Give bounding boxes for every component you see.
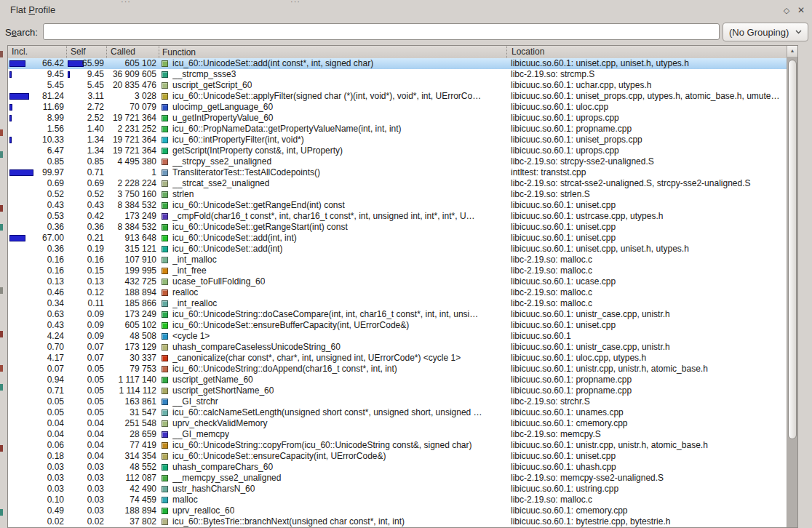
left-edge-mark — [0, 151, 3, 158]
self-value: 0.36 — [87, 222, 104, 233]
called-value: 315 121 — [125, 244, 156, 255]
table-row[interactable]: 0.03 0.03 42 490 ustr_hashCharsN_60 libi… — [8, 484, 787, 495]
table-row[interactable]: 0.94 0.05 1 117 140 uscript_getName_60 l… — [8, 375, 787, 385]
incl-cell: 10.33 — [8, 135, 66, 145]
table-row[interactable]: 0.69 0.69 2 228 224 __strcat_sse2_unalig… — [8, 178, 787, 189]
table-row[interactable]: 0.85 0.85 4 495 380 __strcpy_sse2_unalig… — [8, 156, 787, 167]
scroll-up-arrow-icon[interactable]: ▲ — [787, 46, 797, 57]
self-value: 0.09 — [87, 309, 104, 320]
incl-cell: 0.04 — [8, 418, 66, 429]
table-row[interactable]: 0.10 0.03 74 459 malloc libc-2.19.so: ma… — [8, 495, 787, 505]
self-value: 0.11 — [88, 298, 104, 309]
column-header-self[interactable]: Self — [66, 46, 106, 58]
grouping-dropdown[interactable]: (No Grouping) — [723, 23, 808, 41]
table-row[interactable]: 67.00 0.21 913 648 icu_60::UnicodeSet::a… — [8, 233, 787, 244]
function-type-icon — [162, 257, 168, 263]
self-value: 0.05 — [87, 375, 104, 385]
scrollbar-track[interactable] — [787, 57, 797, 527]
self-cell: 0.09 — [66, 309, 106, 320]
table-row[interactable]: 0.43 0.09 605 102 icu_60::UnicodeSet::en… — [8, 320, 787, 331]
self-value: 0.52 — [87, 189, 104, 200]
function-type-icon — [162, 442, 168, 449]
function-cell: __memcpy_sse2_unaligned — [159, 473, 506, 484]
incl-value: 0.43 — [47, 320, 64, 331]
table-row[interactable]: 0.53 0.42 173 249 _cmpFold(char16_t cons… — [8, 211, 787, 222]
called-value: 20 835 476 — [113, 80, 156, 91]
location-cell: libc-2.19.so: strcmp.S — [506, 69, 787, 80]
called-value: 74 459 — [130, 495, 156, 505]
table-row[interactable]: 0.52 0.52 3 750 160 strlen libc-2.19.so:… — [8, 189, 787, 200]
self-value: 0.04 — [87, 418, 104, 429]
table-row[interactable]: 0.71 0.05 1 114 112 uscript_getShortName… — [8, 385, 787, 396]
incl-value: 0.69 — [47, 178, 64, 189]
table-row[interactable]: 0.07 0.05 79 753 icu_60::UnicodeString::… — [8, 364, 787, 375]
table-row[interactable]: 0.18 0.04 314 354 icu_60::UnicodeSet::en… — [8, 451, 787, 462]
table-row[interactable]: 6.47 1.34 19 721 364 getScript(IntProper… — [8, 145, 787, 156]
called-value: 112 087 — [126, 473, 157, 484]
table-row[interactable]: 0.03 0.03 112 087 __memcpy_sse2_unaligne… — [8, 473, 787, 484]
table-row[interactable]: 0.05 0.05 31 547 icu_60::calcNameSetLeng… — [8, 407, 787, 418]
function-name: __strcat_sse2_unaligned — [172, 178, 269, 189]
incl-bar — [9, 169, 33, 176]
function-cell: icu_60::UnicodeSet::ensureBufferCapacity… — [159, 320, 506, 331]
incl-cell: 0.10 — [8, 495, 66, 505]
table-row[interactable]: 4.17 0.07 30 337 _canonicalize(char cons… — [8, 353, 787, 364]
table-row[interactable]: 0.70 0.07 173 129 uhash_compareCaselessU… — [8, 342, 787, 353]
location-cell: libicuuc.so.60.1: uniset.cpp — [506, 451, 787, 462]
table-row[interactable]: 0.36 0.36 8 384 532 icu_60::UnicodeSet::… — [8, 222, 787, 233]
function-name: icu_60::UnicodeString::copyFrom(icu_60::… — [172, 440, 472, 451]
incl-bar — [9, 71, 12, 78]
called-value: 1 114 112 — [119, 385, 156, 396]
table-row[interactable]: 0.16 0.15 199 995 _int_free libc-2.19.so… — [8, 265, 787, 276]
table-row[interactable]: 0.13 0.13 432 725 ucase_toFullFolding_60… — [8, 276, 787, 287]
function-cell: icu_60::PropNameData::getPropertyValueNa… — [159, 124, 506, 135]
table-row[interactable]: 0.04 0.04 251 548 uprv_checkValidMemory … — [8, 418, 787, 429]
table-row[interactable]: 0.02 0.02 37 802 icu_60::BytesTrie::bran… — [8, 516, 787, 527]
function-name: malloc — [172, 495, 198, 505]
table-row[interactable]: 10.33 1.34 19 721 364 icu_60::intPropert… — [8, 135, 787, 145]
close-icon[interactable]: ✕ — [795, 4, 808, 16]
table-row[interactable]: 0.49 0.03 188 894 uprv_realloc_60 libicu… — [8, 505, 787, 516]
table-row[interactable]: 99.97 0.71 1 TransliteratorTest::TestAll… — [8, 167, 787, 178]
location-cell: intltest: transtst.cpp — [506, 167, 787, 178]
called-cell: 28 659 — [106, 429, 159, 440]
table-row[interactable]: 0.05 0.05 163 861 __GI_strchr libc-2.19.… — [8, 396, 787, 407]
table-row[interactable]: 0.16 0.16 107 910 _int_malloc libc-2.19.… — [8, 255, 787, 265]
table-row[interactable]: 9.45 9.45 36 909 605 __strcmp_ssse3 libc… — [8, 69, 787, 80]
table-row[interactable]: 0.63 0.09 173 249 icu_60::UnicodeString:… — [8, 309, 787, 320]
function-type-icon — [162, 311, 168, 318]
column-header-function[interactable]: Function — [159, 46, 506, 58]
self-cell: 0.42 — [66, 211, 106, 222]
incl-value: 67.00 — [42, 233, 64, 244]
vertical-scrollbar[interactable]: ▲ — [787, 46, 797, 527]
function-name: ustr_hashCharsN_60 — [172, 484, 255, 495]
table-row[interactable]: 0.06 0.04 77 419 icu_60::UnicodeString::… — [8, 440, 787, 451]
table-row[interactable]: 0.34 0.11 185 866 _int_realloc libc-2.19… — [8, 298, 787, 309]
table-row[interactable]: 5.45 5.45 20 835 476 uscript_getScript_6… — [8, 80, 787, 91]
table-row[interactable]: 8.99 2.52 19 721 364 u_getIntPropertyVal… — [8, 113, 787, 124]
incl-bar — [9, 115, 12, 121]
table-row[interactable]: 11.69 2.72 70 079 ulocimp_getLanguage_60… — [8, 102, 787, 113]
table-row[interactable]: 1.56 1.40 2 231 252 icu_60::PropNameData… — [8, 124, 787, 135]
table-row[interactable]: 0.04 0.04 28 659 __GI_memcpy libc-2.19.s… — [8, 429, 787, 440]
table-row[interactable]: 0.46 0.12 188 894 realloc libc-2.19.so: … — [8, 287, 787, 298]
table-row[interactable]: 4.24 0.09 48 508 <cycle 1> libicuuc.so.6… — [8, 331, 787, 342]
column-header-location[interactable]: Location — [506, 46, 787, 58]
table-row[interactable]: 81.24 3.11 3 028 icu_60::UnicodeSet::app… — [8, 91, 787, 102]
called-value: 173 249 — [125, 309, 156, 320]
table-row[interactable]: 0.03 0.03 48 552 uhash_compareChars_60 l… — [8, 462, 787, 473]
table-row[interactable]: 0.36 0.19 315 121 icu_60::UnicodeSet::ad… — [8, 244, 787, 255]
float-panel-icon[interactable]: ◇ — [780, 4, 793, 16]
function-type-icon — [162, 333, 168, 340]
function-type-icon — [162, 399, 168, 405]
column-header-incl[interactable]: Incl. — [8, 46, 66, 58]
column-header-called[interactable]: Called — [106, 46, 159, 58]
scrollbar-thumb[interactable] — [788, 60, 797, 439]
search-input[interactable] — [43, 23, 720, 40]
location-value: libicuuc.so.60.1: unistr_case.cpp, unist… — [511, 342, 670, 352]
function-type-icon — [162, 279, 168, 285]
table-row[interactable]: 66.42 65.99 605 102 icu_60::UnicodeSet::… — [8, 58, 787, 69]
location-cell: libicuuc.so.60.1 — [506, 331, 787, 342]
panel-titlebar[interactable]: Flat Profile ◇ ✕ — [0, 0, 812, 20]
table-row[interactable]: 0.43 0.43 8 384 532 icu_60::UnicodeSet::… — [8, 200, 787, 211]
